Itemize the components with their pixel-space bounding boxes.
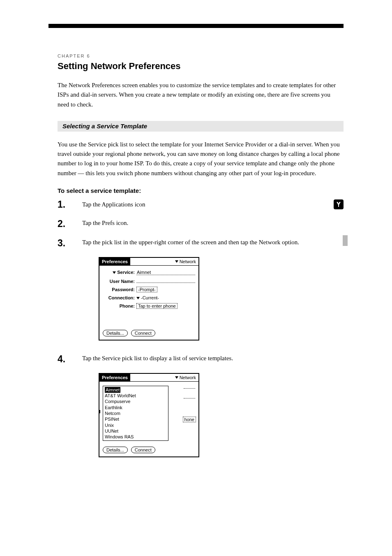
username-field[interactable] xyxy=(136,278,195,283)
chevron-down-icon xyxy=(113,271,116,274)
service-popup-list[interactable]: Aimnet AT&T WorldNet Compuserve Earthlin… xyxy=(103,386,168,441)
username-fragment xyxy=(184,384,195,389)
password-fragment xyxy=(184,394,195,398)
service-option[interactable]: Compuserve xyxy=(105,398,166,404)
connection-picker[interactable]: -Current- xyxy=(136,295,159,300)
phone-row: Phone: Tap to enter phone xyxy=(103,303,195,309)
preferences-screen-popup: Preferences Network Aimnet AT&T WorldNet… xyxy=(99,373,199,458)
screen-title: Preferences xyxy=(99,258,130,265)
screen-titlebar: Preferences Network xyxy=(99,374,198,382)
password-row: Password: -Prompt- xyxy=(103,287,195,292)
page-content: CHAPTER 6 Setting Network Preferences Th… xyxy=(58,53,344,470)
popup-anchor xyxy=(99,410,100,413)
service-option[interactable]: Unix xyxy=(105,422,166,428)
connection-label: Connection: xyxy=(103,295,135,300)
connect-button[interactable]: Connect xyxy=(131,447,155,453)
username-label: User Name: xyxy=(103,279,135,284)
service-row: Service: Aimnet xyxy=(103,270,195,275)
category-picker-value: Network xyxy=(180,259,196,264)
applications-icon xyxy=(334,199,344,209)
preferences-screen: Preferences Network Service: Aimnet User… xyxy=(99,257,199,341)
step-text: Tap the Service pick list to display a l… xyxy=(82,354,344,363)
intro-paragraph: The Network Preferences screen enables y… xyxy=(58,81,344,109)
phone-field[interactable]: Tap to enter phone xyxy=(136,303,178,309)
section-label: CHAPTER 6 xyxy=(58,53,344,58)
subsection-band: Selecting a Service Template xyxy=(58,121,344,132)
category-picker-value: Network xyxy=(180,375,196,380)
page-header-rule xyxy=(48,24,344,28)
service-label: Service: xyxy=(117,270,135,275)
step-number: 1. xyxy=(58,199,82,210)
screen-title: Preferences xyxy=(99,374,130,381)
category-picker[interactable]: Network xyxy=(175,259,196,264)
page-title: Setting Network Preferences xyxy=(58,61,344,72)
connection-row: Connection: -Current- xyxy=(103,295,195,300)
password-field[interactable]: -Prompt- xyxy=(136,287,157,292)
username-row: User Name: xyxy=(103,278,195,284)
phone-fragment: hone xyxy=(183,417,196,422)
chevron-down-icon xyxy=(136,297,140,299)
step-4: 4. Tap the Service pick list to display … xyxy=(58,354,344,365)
chevron-down-icon xyxy=(175,260,178,263)
subsection-paragraph: You use the Service pick list to select … xyxy=(58,140,344,178)
screen-titlebar: Preferences Network xyxy=(99,258,198,266)
service-option[interactable]: AT&T WorldNet xyxy=(105,393,166,398)
connect-button[interactable]: Connect xyxy=(131,330,155,336)
subsection-title: Selecting a Service Template xyxy=(62,123,147,130)
steps-heading: To select a service template: xyxy=(58,187,344,194)
service-option[interactable]: PSINet xyxy=(105,416,166,422)
password-label: Password: xyxy=(103,287,135,292)
step-text: Tap the Applications icon xyxy=(82,200,330,209)
step-number: 2. xyxy=(58,218,82,229)
step-3: 3. Tap the pick list in the upper-right … xyxy=(58,238,344,249)
chevron-down-icon xyxy=(175,376,178,379)
service-picker[interactable]: Aimnet xyxy=(136,270,195,275)
step-text: Tap the Prefs icon. xyxy=(82,218,344,228)
service-option[interactable]: UUNet xyxy=(105,428,166,434)
step-number: 4. xyxy=(58,354,82,365)
step-number: 3. xyxy=(58,238,82,249)
phone-label: Phone: xyxy=(103,303,135,308)
details-button[interactable]: Details... xyxy=(103,330,128,336)
step-1: 1. Tap the Applications icon xyxy=(58,199,344,210)
service-option[interactable]: Netcom xyxy=(105,410,166,416)
service-option[interactable]: Aimnet xyxy=(105,387,120,393)
service-option[interactable]: Earthlink xyxy=(105,405,166,410)
step-2: 2. Tap the Prefs icon. xyxy=(58,218,344,229)
category-picker[interactable]: Network xyxy=(175,375,196,380)
step-text: Tap the pick list in the upper-right cor… xyxy=(82,238,344,247)
connection-value: -Current- xyxy=(141,295,159,300)
service-option[interactable]: Windows RAS xyxy=(105,434,166,440)
details-button[interactable]: Details... xyxy=(103,447,128,453)
